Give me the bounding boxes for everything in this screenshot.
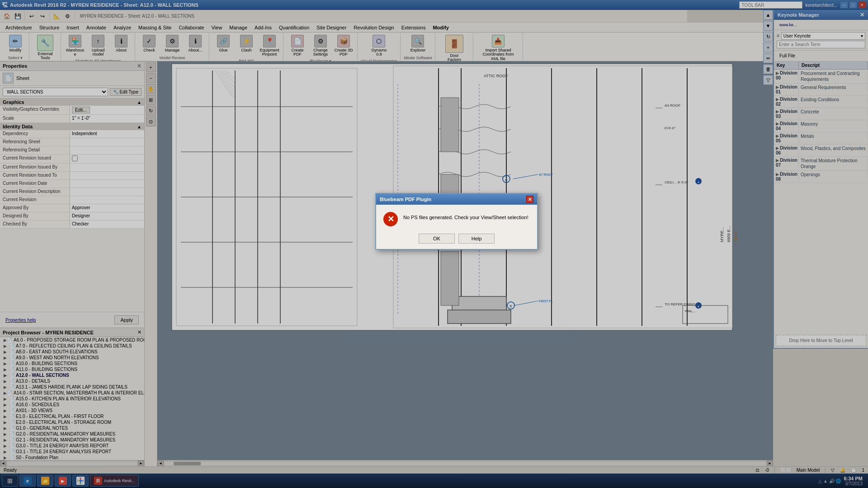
dialog-body: ✕ No PS files generated. Check your View… bbox=[376, 205, 537, 230]
dialog-title-bar: Bluebeam PDF Plugin ✕ bbox=[376, 194, 537, 205]
dialog-overlay: Bluebeam PDF Plugin ✕ ✕ No PS files gene… bbox=[0, 0, 868, 488]
error-icon: ✕ bbox=[383, 212, 398, 226]
ok-button[interactable]: OK bbox=[419, 234, 455, 244]
help-button[interactable]: Help bbox=[458, 234, 495, 244]
bluebeam-dialog: Bluebeam PDF Plugin ✕ ✕ No PS files gene… bbox=[375, 193, 538, 250]
dialog-message: No PS files generated. Check your View/S… bbox=[403, 212, 528, 220]
dialog-close-button[interactable]: ✕ bbox=[526, 196, 533, 203]
dialog-footer: OK Help bbox=[376, 230, 537, 249]
dialog-title-text: Bluebeam PDF Plugin bbox=[380, 197, 431, 202]
